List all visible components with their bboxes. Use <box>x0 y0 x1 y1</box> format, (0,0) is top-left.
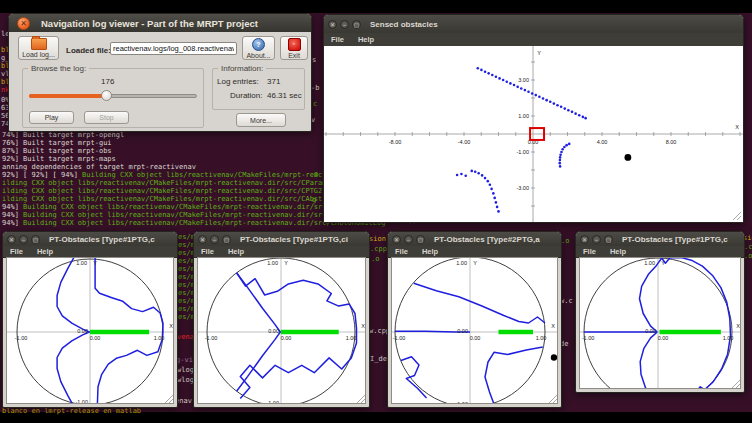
terminal-fragment: s <box>312 56 316 64</box>
svg-text:1.00: 1.00 <box>267 260 278 266</box>
close-icon[interactable]: ✕ <box>328 20 337 29</box>
pt-titlebar[interactable]: ✕–▢PT-Obstacles [Type#1PTG,c <box>3 232 177 246</box>
svg-text:1.00: 1.00 <box>723 335 734 341</box>
svg-text:Y: Y <box>284 260 288 266</box>
minimize-icon[interactable]: – <box>404 235 413 244</box>
svg-text:1.00: 1.00 <box>518 113 529 119</box>
terminal-line: 76%] Built target mrpt-gui <box>2 139 112 147</box>
close-icon[interactable]: ✕ <box>198 235 207 244</box>
stop-button[interactable]: Stop <box>84 111 129 124</box>
pt-plot-area[interactable]: YX1.00-1.000.001.000.00-1.00 <box>6 257 174 404</box>
play-button[interactable]: Play <box>29 111 74 124</box>
menu-file[interactable]: File <box>3 247 30 256</box>
slider-handle[interactable] <box>101 90 112 101</box>
svg-text:-1.00: -1.00 <box>455 401 468 404</box>
pt-plot-area[interactable]: YX1.00-1.000.001.000.00-1.00 <box>197 257 366 404</box>
menu-file[interactable]: File <box>388 247 415 256</box>
svg-text:X: X <box>551 323 555 329</box>
pt-titlebar[interactable]: ✕–▢PT-Obstacles [Type#1PTG,c <box>576 232 744 246</box>
load-log-label: Load log... <box>22 51 55 58</box>
svg-text:4.00: 4.00 <box>597 139 608 145</box>
svg-text:X: X <box>169 323 173 329</box>
svg-text:Y: Y <box>661 260 665 266</box>
pt-plot-area[interactable]: YX1.00-1.000.001.000.00-1.00 <box>579 257 741 389</box>
exit-label: Exit <box>288 52 300 59</box>
svg-text:-1.00: -1.00 <box>516 149 529 155</box>
svg-text:Y: Y <box>93 260 97 266</box>
menu-help[interactable]: Help <box>351 35 381 44</box>
browse-log-group: Browse the log: 176 Play Stop <box>22 68 204 128</box>
window-title: Sensed obstacles <box>370 20 438 29</box>
pt-titlebar[interactable]: ✕–▢PT-Obstacles [Type#2PTG,a <box>388 232 561 246</box>
tp-obstacle-curve <box>401 357 427 398</box>
maximize-icon[interactable]: ▢ <box>416 235 425 244</box>
svg-text:3.00: 3.00 <box>518 77 529 83</box>
close-icon[interactable]: ✕ <box>7 235 16 244</box>
svg-text:-5.00: -5.00 <box>516 221 529 222</box>
load-log-button[interactable]: Load log... <box>18 36 59 60</box>
maximize-icon[interactable]: ▢ <box>352 20 361 29</box>
terminal-line: 94%] Building CXX object libs/reactivena… <box>2 203 377 211</box>
menu-file[interactable]: File <box>324 35 351 44</box>
maximize-icon[interactable]: ▢ <box>31 235 40 244</box>
svg-text:Y: Y <box>473 260 477 266</box>
pt-plot-area[interactable]: YX1.00-1.000.001.000.00-1.00 <box>391 257 558 404</box>
window-title: Navigation log viewer - Part of the MRPT… <box>41 18 258 29</box>
svg-text:X: X <box>736 323 740 329</box>
svg-text:-1.00: -1.00 <box>15 335 28 341</box>
duration-value: 46.31 sec <box>267 91 302 100</box>
terminal-fragment: -b <box>311 84 319 92</box>
window-title: PT-Obstacles [Type#1PTG,c <box>622 235 728 244</box>
minimize-icon[interactable]: – <box>19 235 28 244</box>
pt-obstacles-window-1: ✕–▢PT-Obstacles [Type#1PTG,cFileHelpYX1.… <box>2 231 178 408</box>
svg-text:0.00: 0.00 <box>268 328 279 334</box>
svg-text:1.00: 1.00 <box>536 335 547 341</box>
svg-text:1.00: 1.00 <box>346 335 357 341</box>
about-button[interactable]: ? About... <box>242 36 275 60</box>
close-icon[interactable]: ✕ <box>392 235 401 244</box>
tp-obstacle-curve <box>640 258 731 389</box>
sensed-menubar: File Help <box>324 33 743 47</box>
tp-obstacle-curve <box>414 283 545 323</box>
minimize-icon[interactable]: – <box>340 20 349 29</box>
about-label: About... <box>246 52 270 59</box>
menu-file[interactable]: File <box>194 247 221 256</box>
terminal-line: 92%] [ 92%] [ 94%] Building CXX object l… <box>2 171 360 179</box>
menu-help[interactable]: Help <box>30 247 60 256</box>
menu-help[interactable]: Help <box>415 247 445 256</box>
maximize-icon[interactable]: ▢ <box>222 235 231 244</box>
menu-file[interactable]: File <box>576 247 603 256</box>
folder-icon <box>31 38 47 50</box>
close-icon[interactable]: ✕ <box>17 17 30 30</box>
terminal-fragment: .cpp <box>744 243 752 251</box>
close-icon[interactable]: ✕ <box>580 235 589 244</box>
terminal-fragment: .o <box>561 237 569 245</box>
slider-value: 176 <box>101 77 114 86</box>
pt-titlebar[interactable]: ✕–▢PT-Obstacles [Type#1PTG,ci <box>194 232 369 246</box>
tp-obstacle-curve <box>237 273 357 399</box>
terminal-fragment: wlog <box>177 366 194 374</box>
sensed-obstacles-window: ✕ – ▢ Sensed obstacles File Help -8.00-4… <box>323 14 744 223</box>
minimize-icon[interactable]: – <box>210 235 219 244</box>
more-button[interactable]: More... <box>236 113 286 127</box>
svg-text:1.00: 1.00 <box>456 260 467 266</box>
navlog-window: ✕ Navigation log viewer - Part of the MR… <box>8 13 312 132</box>
terminal-line: blanco en lmrpt-release en matlab <box>2 407 141 415</box>
svg-text:1.00: 1.00 <box>76 260 87 266</box>
exit-button[interactable]: ◦ Exit <box>280 36 308 60</box>
duration-label: Duration: <box>230 91 262 100</box>
menu-help[interactable]: Help <box>221 247 251 256</box>
sensed-titlebar[interactable]: ✕ – ▢ Sensed obstacles <box>324 15 743 33</box>
terminal-fragment: o <box>314 170 318 178</box>
pt-obstacles-chart: YX1.00-1.000.001.000.00-1.00 <box>580 258 741 389</box>
minimize-icon[interactable]: – <box>592 235 601 244</box>
tp-obstacle-curve <box>485 347 543 404</box>
loaded-file-input[interactable] <box>110 42 237 55</box>
svg-text:X: X <box>735 124 739 130</box>
help-icon: ? <box>252 38 265 51</box>
terminal-line: 87%] Built target mrpt-obs <box>2 147 112 155</box>
navlog-titlebar[interactable]: ✕ Navigation log viewer - Part of the MR… <box>9 14 311 32</box>
menu-help[interactable]: Help <box>603 247 633 256</box>
maximize-icon[interactable]: ▢ <box>604 235 613 244</box>
sensed-plot-area[interactable]: -8.00-4.000.004.008.003.001.00-1.00-3.00… <box>324 46 743 222</box>
